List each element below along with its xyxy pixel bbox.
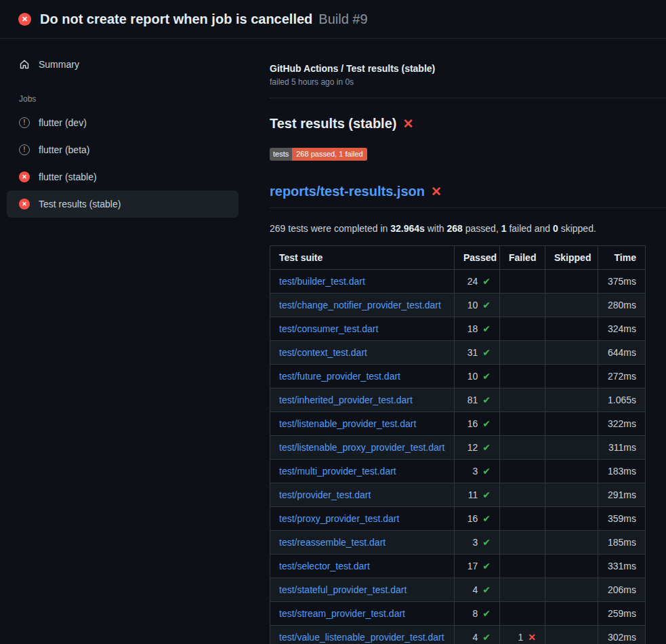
test-suite-link[interactable]: test/consumer_test.dart xyxy=(279,323,378,334)
failed-cell xyxy=(500,412,545,436)
column-header-test-suite: Test suite xyxy=(270,246,455,270)
skipped-cell xyxy=(545,388,598,412)
jobs-list: !flutter (dev)!flutter (beta)✕flutter (s… xyxy=(7,109,238,218)
tests-summary: 269 tests were completed in 32.964s with… xyxy=(270,223,666,234)
failed-cell xyxy=(500,294,545,317)
table-row: test/stateful_provider_test.dart4 ✔206ms xyxy=(270,578,646,602)
summary-part: failed and xyxy=(507,223,554,234)
skipped-cell xyxy=(545,365,598,388)
passed-cell: 24 ✔ xyxy=(455,270,500,294)
sidebar-job-item[interactable]: ✕flutter (stable) xyxy=(7,163,238,190)
breadcrumb: GitHub Actions / Test results (stable) xyxy=(270,63,666,74)
failed-cell xyxy=(500,270,545,294)
x-circle-icon: ✕ xyxy=(18,13,31,26)
passed-cell: 3 ✔ xyxy=(455,531,500,555)
failed-cell xyxy=(500,436,545,460)
check-icon: ✔ xyxy=(482,300,491,310)
test-suite-link[interactable]: test/value_listenable_provider_test.dart xyxy=(279,632,444,643)
time-cell: 644ms xyxy=(598,341,646,365)
passed-cell: 18 ✔ xyxy=(455,317,500,341)
cross-mark-icon: ✕ xyxy=(402,117,413,130)
skipped-cell xyxy=(545,602,598,626)
alert-circle-icon: ! xyxy=(19,144,30,155)
skipped-cell xyxy=(545,270,598,294)
passed-cell: 11 ✔ xyxy=(455,483,500,507)
test-suite-link[interactable]: test/builder_test.dart xyxy=(279,276,365,287)
test-suite-link[interactable]: test/proxy_provider_test.dart xyxy=(279,513,399,524)
test-suite-link[interactable]: test/inherited_provider_test.dart xyxy=(279,395,413,405)
test-suite-link[interactable]: test/selector_test.dart xyxy=(279,561,370,571)
skipped-cell xyxy=(545,460,598,483)
passed-cell: 4 ✔ xyxy=(455,578,500,602)
skipped-cell xyxy=(545,507,598,531)
section-title: Test results (stable) ✕ xyxy=(270,116,666,132)
badge-value: 268 passed, 1 failed xyxy=(292,148,367,161)
tests-badge: tests 268 passed, 1 failed xyxy=(270,148,367,161)
table-row: test/value_listenable_provider_test.dart… xyxy=(270,626,646,644)
test-suite-link[interactable]: test/stateful_provider_test.dart xyxy=(279,584,407,595)
check-icon: ✔ xyxy=(482,442,491,453)
badge-label: tests xyxy=(270,148,292,161)
skipped-cell xyxy=(545,412,598,436)
time-cell: 259ms xyxy=(598,602,646,626)
home-icon xyxy=(19,59,30,70)
passed-cell: 3 ✔ xyxy=(455,460,500,483)
check-icon: ✔ xyxy=(482,632,491,643)
time-cell: 322ms xyxy=(598,412,646,436)
table-header-row: Test suite Passed Failed Skipped Time xyxy=(270,246,646,270)
test-suite-link[interactable]: test/future_provider_test.dart xyxy=(279,371,400,382)
suite-cell: test/builder_test.dart xyxy=(270,270,455,294)
check-icon: ✔ xyxy=(482,513,491,524)
column-header-time: Time xyxy=(598,246,646,270)
time-cell: 185ms xyxy=(598,531,646,555)
suite-cell: test/consumer_test.dart xyxy=(270,317,455,341)
check-icon: ✔ xyxy=(482,466,491,477)
failed-cell xyxy=(500,507,545,531)
table-row: test/context_test.dart31 ✔644ms xyxy=(270,341,646,365)
time-cell: 311ms xyxy=(598,436,646,460)
summary-part: 1 xyxy=(501,223,507,234)
test-suite-link[interactable]: test/change_notifier_provider_test.dart xyxy=(279,300,441,310)
suite-cell: test/stream_provider_test.dart xyxy=(270,602,455,626)
time-cell: 375ms xyxy=(598,270,646,294)
test-suite-link[interactable]: test/listenable_provider_test.dart xyxy=(279,418,416,429)
sidebar-item-summary[interactable]: Summary xyxy=(7,52,238,77)
check-icon: ✔ xyxy=(482,276,491,287)
check-icon: ✔ xyxy=(482,418,491,429)
test-suite-link[interactable]: test/multi_provider_test.dart xyxy=(279,466,396,477)
table-row: test/proxy_provider_test.dart16 ✔359ms xyxy=(270,507,646,531)
test-suite-link[interactable]: test/provider_test.dart xyxy=(279,489,371,500)
suite-cell: test/future_provider_test.dart xyxy=(270,365,455,388)
report-file-link[interactable]: reports/test-results.json xyxy=(270,184,425,199)
sidebar-job-item[interactable]: ✕Test results (stable) xyxy=(7,190,238,218)
time-cell: 291ms xyxy=(598,483,646,507)
table-row: test/provider_test.dart11 ✔291ms xyxy=(270,483,646,507)
failed-cell xyxy=(500,460,545,483)
time-cell: 1.065s xyxy=(598,388,646,412)
check-icon: ✔ xyxy=(482,561,491,571)
summary-part: passed, xyxy=(463,223,501,234)
time-cell: 272ms xyxy=(598,365,646,388)
table-row: test/stream_provider_test.dart8 ✔259ms xyxy=(270,602,646,626)
suite-cell: test/value_listenable_provider_test.dart xyxy=(270,626,455,644)
x-circle-icon: ✕ xyxy=(19,199,30,209)
check-icon: ✔ xyxy=(482,489,491,500)
job-label: Test results (stable) xyxy=(39,199,121,209)
check-icon: ✔ xyxy=(482,584,491,595)
check-icon: ✔ xyxy=(482,537,491,548)
sidebar-job-item[interactable]: !flutter (beta) xyxy=(7,136,238,163)
job-label: flutter (stable) xyxy=(39,172,97,182)
test-suite-link[interactable]: test/listenable_proxy_provider_test.dart xyxy=(279,442,444,453)
sidebar: Summary Jobs !flutter (dev)!flutter (bet… xyxy=(0,39,257,644)
table-row: test/consumer_test.dart18 ✔324ms xyxy=(270,317,646,341)
suite-cell: test/proxy_provider_test.dart xyxy=(270,507,455,531)
failed-cell xyxy=(500,578,545,602)
test-suite-link[interactable]: test/stream_provider_test.dart xyxy=(279,608,405,619)
results-table-body: test/builder_test.dart24 ✔375mstest/chan… xyxy=(270,270,646,644)
skipped-cell xyxy=(545,341,598,365)
alert-circle-icon: ! xyxy=(19,117,30,128)
test-suite-link[interactable]: test/context_test.dart xyxy=(279,347,367,358)
summary-part: 32.964s xyxy=(390,223,425,234)
test-suite-link[interactable]: test/reassemble_test.dart xyxy=(279,537,386,548)
sidebar-job-item[interactable]: !flutter (dev) xyxy=(7,109,238,136)
